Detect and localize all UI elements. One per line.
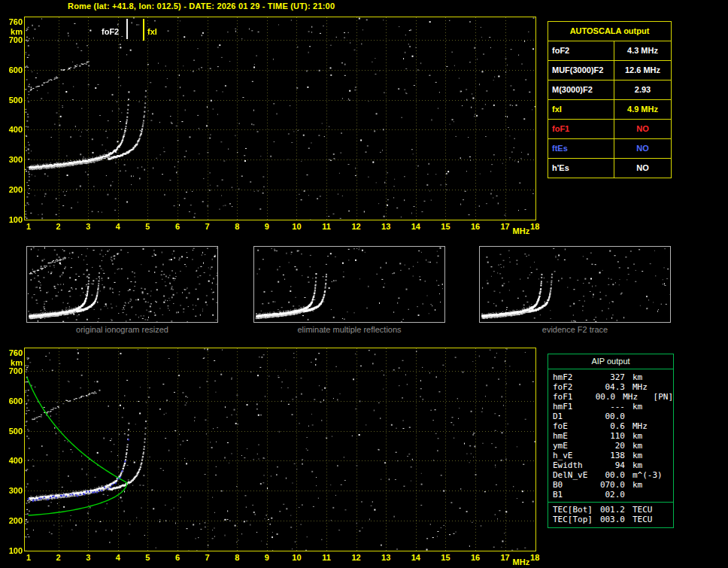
- aip-row-unit: km: [632, 480, 664, 490]
- autoscala-row-value: NO: [614, 139, 671, 158]
- x-tick-label: 5: [139, 222, 156, 231]
- aip-row-label: TEC[Top]: [553, 515, 595, 524]
- aip-panel-rows: hmF2327kmfoF204.3MHzfoF100.0MHz[PN]hmF1-…: [548, 369, 673, 500]
- y-tick-label: 200: [3, 185, 23, 194]
- aip-row-value: 20: [595, 441, 625, 451]
- aip-row: B102.0: [548, 490, 673, 500]
- y-tick-label: 500: [3, 96, 23, 105]
- x-tick-label: 15: [437, 222, 453, 231]
- y-tick-label: 700: [3, 366, 23, 375]
- y-tick-label: 500: [3, 427, 23, 436]
- y-tick-label: 300: [3, 155, 23, 164]
- top-ionogram-plot: foF2 fxI: [24, 17, 536, 220]
- fxI-marker-line: [143, 19, 144, 41]
- aip-row-value: 327: [595, 372, 625, 382]
- autoscala-row-label: ftEs: [548, 139, 614, 158]
- autoscala-row-value: NO: [614, 120, 671, 138]
- x-tick-label: 2: [50, 553, 67, 562]
- foF2-marker-line: [126, 19, 128, 39]
- aip-row-unit: km: [632, 460, 664, 470]
- y-tick-label: 300: [3, 486, 23, 495]
- x-tick-label: 14: [408, 222, 424, 231]
- x-tick-label: 7: [199, 553, 216, 562]
- x-tick-label: 12: [348, 222, 365, 231]
- autoscala-row-value: 4.9 MHz: [614, 100, 671, 119]
- x-axis-unit-label: MHz: [513, 557, 540, 566]
- aip-row: DelN_vE00.0m^(-3): [548, 470, 673, 480]
- aip-row: foE0.6MHz: [548, 421, 673, 431]
- autoscala-row-value: NO: [614, 159, 671, 178]
- autoscala-table-rows: foF24.3 MHzMUF(3000)F212.6 MHzM(3000)F22…: [548, 41, 671, 178]
- aip-row-value: 110: [595, 431, 625, 441]
- x-tick-label: 7: [199, 222, 216, 231]
- autoscala-row-label: h'Es: [548, 159, 614, 178]
- thumbnail-original-ionogram: [26, 246, 218, 323]
- thumbnail-eliminate-reflections: [253, 246, 445, 323]
- autoscala-output-table: AUTOSCALA output foF24.3 MHzMUF(3000)F21…: [548, 21, 672, 178]
- x-tick-label: 17: [497, 222, 514, 231]
- autoscala-row-label: MUF(3000)F2: [548, 61, 614, 80]
- autoscala-row-value: 2.93: [614, 80, 671, 99]
- y-tick-label: 400: [3, 125, 23, 134]
- aip-row-unit: MHz: [623, 392, 650, 402]
- x-tick-label: 8: [229, 553, 245, 562]
- autoscala-row: foF24.3 MHz: [548, 41, 671, 61]
- y-axis-unit-label: km: [3, 27, 23, 36]
- aip-panel-title: AIP output: [548, 354, 673, 369]
- aip-output-panel: AIP output hmF2327kmfoF204.3MHzfoF100.0M…: [548, 354, 674, 528]
- aip-row: B0070.0km: [548, 480, 673, 490]
- x-tick-label: 16: [467, 222, 484, 231]
- y-tick-label: 600: [3, 396, 23, 405]
- x-tick-label: 17: [497, 553, 514, 562]
- aip-row-label: hmF1: [553, 402, 595, 412]
- aip-panel-tec-rows: TEC[Bot]001.2TECUTEC[Top]003.0TECU: [548, 502, 673, 524]
- autoscala-row-label: M(3000)F2: [548, 80, 614, 99]
- autoscala-row: MUF(3000)F212.6 MHz: [548, 61, 671, 80]
- aip-row: hmF2327km: [548, 372, 673, 382]
- aip-row: ymE20km: [548, 441, 673, 451]
- x-tick-label: 9: [259, 553, 275, 562]
- aip-row-value: 94: [595, 460, 625, 470]
- x-tick-label: 11: [318, 222, 335, 231]
- aip-row-label: foF2: [553, 382, 595, 392]
- x-tick-label: 3: [80, 222, 96, 231]
- aip-row-value: ---: [595, 402, 625, 412]
- aip-row-value: 02.0: [595, 490, 625, 500]
- x-tick-label: 13: [378, 553, 394, 562]
- page-title: Rome (lat: +41.8, lon: 012.5) - DATE: 20…: [68, 2, 335, 11]
- aip-row: TEC[Bot]001.2TECU: [548, 505, 673, 515]
- thumbnail-original-canvas: [27, 247, 217, 322]
- aip-row-value: 04.3: [595, 382, 625, 392]
- x-tick-label: 6: [169, 553, 186, 562]
- aip-row: Ewidth94km: [548, 460, 673, 470]
- autoscala-row: foF1NO: [548, 120, 671, 139]
- aip-row-unit: km: [632, 372, 664, 382]
- x-tick-label: 16: [467, 553, 484, 562]
- aip-row-value: 00.0: [595, 470, 625, 480]
- aip-row-unit: km: [632, 451, 664, 460]
- autoscala-row-label: foF1: [548, 120, 614, 138]
- aip-row-label: B1: [553, 490, 595, 500]
- x-tick-label: 5: [139, 553, 156, 562]
- y-tick-label: 400: [3, 456, 23, 465]
- aip-row-value: 070.0: [595, 480, 625, 490]
- top-ionogram-canvas: [25, 17, 535, 220]
- x-tick-label: 9: [259, 222, 275, 231]
- aip-row-label: DelN_vE: [553, 470, 595, 480]
- aip-row-unit: km: [632, 431, 664, 441]
- aip-row-label: Ewidth: [553, 460, 595, 470]
- foF2-marker-label: foF2: [102, 27, 119, 36]
- aip-row-value: 138: [595, 451, 625, 460]
- bottom-ionogram-plot: [24, 348, 536, 551]
- autoscala-row-value: 4.3 MHz: [614, 41, 671, 60]
- aip-row-unit: m^(-3): [632, 470, 664, 480]
- y-tick-label: 200: [3, 516, 23, 525]
- autoscala-row-label: fxI: [548, 100, 614, 119]
- aip-row-label: ymE: [553, 441, 595, 451]
- thumbnail-evidence-canvas: [480, 247, 670, 322]
- bottom-ionogram-canvas: [25, 348, 535, 551]
- aip-row-label: foF1: [553, 392, 590, 402]
- aip-row-unit: [632, 412, 664, 421]
- x-tick-label: 8: [229, 222, 245, 231]
- thumbnail-evidence-caption: evidence F2 trace: [479, 325, 671, 334]
